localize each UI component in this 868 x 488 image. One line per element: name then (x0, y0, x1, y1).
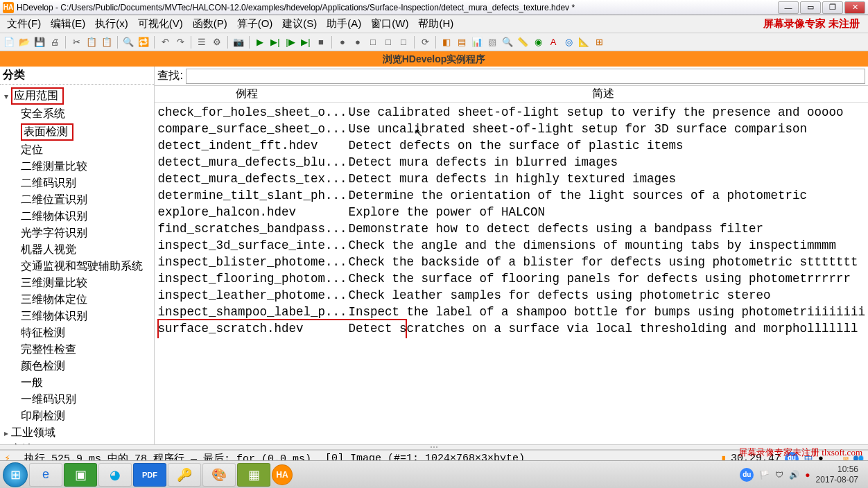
menu-item[interactable]: 窗口(W) (367, 16, 413, 32)
list-icon[interactable]: ☰ (196, 36, 208, 49)
redo-icon[interactable]: ↷ (174, 36, 186, 49)
tree-item[interactable]: ▸工业领域 (3, 424, 151, 441)
tree-item[interactable]: 印刷检测 (3, 408, 151, 424)
step-out-icon[interactable]: ▶| (300, 36, 312, 49)
tree-item[interactable]: 完整性检查 (3, 341, 151, 358)
paste-icon[interactable]: 📋 (101, 36, 113, 49)
save-icon[interactable]: 💾 (33, 36, 46, 49)
vars-icon[interactable]: ▤ (455, 36, 468, 49)
tree-item[interactable]: 二维测量比较 (3, 158, 151, 175)
example-row[interactable]: explore_halcon.hdevExplore the power of … (157, 204, 865, 220)
example-row[interactable]: inspect_shampoo_label_p...Inspect the la… (157, 304, 865, 320)
tray-shield-icon[interactable]: 🛡 (775, 470, 783, 480)
new-icon[interactable]: 📄 (3, 36, 15, 49)
stop-icon[interactable]: ■ (315, 36, 327, 49)
col-example[interactable]: 例程 (155, 87, 338, 101)
settings-icon[interactable]: ⚙ (211, 36, 223, 49)
example-row[interactable]: inspect_3d_surface_inte...Check the angl… (157, 237, 865, 254)
maximize-button[interactable]: ❐ (822, 1, 843, 14)
tree-item[interactable]: 三维物体识别 (3, 308, 151, 324)
tree-item[interactable]: 安全系统 (3, 105, 151, 122)
breakpoint-icon[interactable]: ● (336, 36, 349, 49)
cut-icon[interactable]: ✂ (70, 36, 83, 49)
bp5-icon[interactable]: □ (397, 36, 410, 49)
feat-icon[interactable]: ◉ (532, 36, 544, 49)
tree-item[interactable]: 定位 (3, 141, 151, 158)
example-row[interactable]: detect_mura_defects_tex...Detect mura de… (157, 171, 865, 187)
tree-item[interactable]: 机器人视觉 (3, 241, 151, 258)
step-into-icon[interactable]: |▶ (284, 36, 297, 49)
example-row[interactable]: surface_scratch.hdevDetect scratches on … (157, 320, 865, 337)
task-pdf[interactable]: PDF (133, 463, 166, 487)
col-description[interactable]: 简述 (338, 87, 868, 101)
category-tree[interactable]: ▾应用范围安全系统表面检测定位二维测量比较二维码识别二维位置识别二维物体识别光学… (0, 85, 154, 444)
bp2-icon[interactable]: ● (351, 36, 364, 49)
menu-item[interactable]: 函数(P) (189, 16, 232, 32)
tree-item[interactable]: 颜色检测 (3, 358, 151, 374)
menu-item[interactable]: 建议(S) (278, 16, 321, 32)
example-row[interactable]: find_scratches_bandpass...Demonstrate ho… (157, 220, 865, 237)
restore-button[interactable]: ▭ (800, 1, 821, 14)
task-ha[interactable]: HA (272, 464, 293, 485)
window-icon[interactable]: ◧ (440, 36, 453, 49)
menu-item[interactable]: 算子(O) (233, 16, 277, 32)
example-row[interactable]: compare_surface_sheet_o...Use uncalibrat… (157, 121, 865, 137)
menu-item[interactable]: 可视化(V) (134, 16, 187, 32)
camera-icon[interactable]: 📷 (232, 36, 245, 49)
find-icon[interactable]: 🔍 (122, 36, 134, 49)
example-row[interactable]: detect_mura_defects_blu...Detect mura de… (157, 154, 865, 171)
minimize-button[interactable]: — (778, 1, 799, 14)
example-row[interactable]: determine_tilt_slant_ph...Determine the … (157, 187, 865, 204)
tree-item[interactable]: 二维码识别 (3, 175, 151, 191)
tree-item[interactable]: 二维位置识别 (3, 191, 151, 208)
bp4-icon[interactable]: □ (382, 36, 394, 49)
menu-item[interactable]: 编辑(E) (46, 16, 89, 32)
task-excel[interactable]: ▦ (237, 463, 270, 487)
menu-item[interactable]: 助手(A) (322, 16, 365, 32)
search-input[interactable] (186, 69, 865, 84)
example-row[interactable]: inspect_blister_photome...Check the back… (157, 254, 865, 270)
menu-item[interactable]: 执行(x) (91, 16, 132, 32)
meas-icon[interactable]: 📐 (578, 36, 590, 49)
examples-table-body[interactable]: check_for_holes_sheet_o...Use calibrated… (155, 103, 868, 338)
ocr-icon[interactable]: A (547, 36, 559, 49)
tree-item[interactable]: ▾应用范围 (3, 86, 151, 105)
example-row[interactable]: inspect_leather_photome...Check leather … (157, 287, 865, 304)
tree-item[interactable]: 光学字符识别 (3, 225, 151, 241)
example-row[interactable]: detect_indent_fft.hdevDetect defects on … (157, 137, 865, 154)
clock[interactable]: 10:56 2017-08-07 (816, 464, 858, 485)
tree-item[interactable]: 一般 (3, 374, 151, 391)
example-row[interactable]: check_for_holes_sheet_o...Use calibrated… (157, 104, 865, 121)
tree-item[interactable]: 交通监视和驾驶辅助系统 (3, 258, 151, 274)
copy-icon[interactable]: 📋 (85, 36, 98, 49)
print-icon[interactable]: 🖨 (49, 36, 61, 49)
refresh-icon[interactable]: ⟳ (419, 36, 431, 49)
line-icon[interactable]: 📏 (517, 36, 529, 49)
task-key[interactable]: 🔑 (168, 463, 201, 487)
replace-icon[interactable]: 🔁 (137, 36, 150, 49)
tray-red-icon[interactable]: ● (805, 470, 810, 480)
start-button[interactable]: ⊞ (3, 462, 28, 487)
tray-baidu-icon[interactable]: du (740, 468, 754, 482)
run-icon[interactable]: ▶ (254, 36, 266, 49)
tree-item[interactable]: ▾方法 (3, 441, 151, 444)
match-icon[interactable]: ◎ (562, 36, 575, 49)
tray-sound-icon[interactable]: 🔊 (789, 470, 799, 480)
tree-item[interactable]: 三维物体定位 (3, 291, 151, 308)
tree-item[interactable]: 表面检测 (3, 122, 151, 141)
example-row[interactable]: inspect_flooring_photom...Check the surf… (157, 270, 865, 287)
zoom-icon[interactable]: 🔍 (501, 36, 514, 49)
undo-icon[interactable]: ↶ (159, 36, 171, 49)
tree-item[interactable]: 一维码识别 (3, 391, 151, 408)
task-green[interactable]: ▣ (64, 463, 97, 487)
tree-item[interactable]: 特征检测 (3, 324, 151, 341)
step-icon[interactable]: ▶| (269, 36, 281, 49)
tree-item[interactable]: 三维测量比较 (3, 274, 151, 291)
graph-icon[interactable]: 📊 (471, 36, 483, 49)
tray-flag-icon[interactable]: 🏳️ (759, 470, 770, 480)
bp3-icon[interactable]: □ (367, 36, 379, 49)
tree-item[interactable]: 二维物体识别 (3, 208, 151, 225)
task-paint[interactable]: 🎨 (202, 463, 236, 487)
open-icon[interactable]: 📂 (18, 36, 31, 49)
menu-item[interactable]: 文件(F) (3, 16, 45, 32)
